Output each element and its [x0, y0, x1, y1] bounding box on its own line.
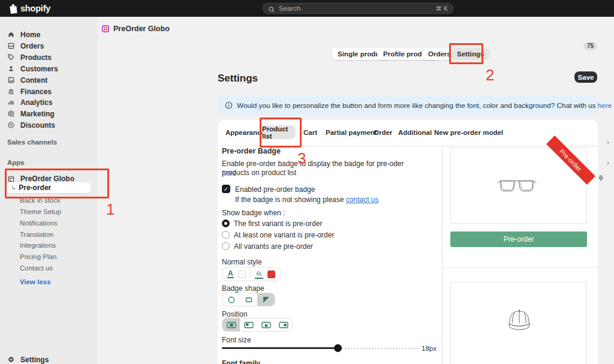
checkbox-help: If the badge is not showing please conta… [235, 195, 379, 204]
sidebar-item-integrations[interactable]: Integrations [20, 240, 56, 250]
shape-circle-option[interactable] [222, 293, 240, 306]
sidebar-item-translation[interactable]: Translation [20, 230, 53, 239]
badge-shape-label: Badge shape [222, 284, 264, 293]
sidebar-item-back-in-stock[interactable]: Back in stock [20, 195, 61, 205]
column-divider [442, 146, 443, 364]
position-option-2[interactable] [240, 318, 257, 331]
font-family-label: Font family [222, 359, 260, 364]
shape-rectangle-option[interactable] [240, 293, 257, 306]
shape-triangle-option-selected[interactable] [257, 293, 275, 306]
person-icon [7, 65, 15, 73]
badge-shape-control [222, 293, 275, 306]
preview-product-cap [450, 282, 587, 364]
description-here-link[interactable]: here [222, 169, 236, 178]
sidebar-item-contact-us[interactable]: Contact us [20, 263, 53, 273]
sub-arrow-icon: ↳ [11, 184, 16, 192]
top-bar: shopify Search ⌘ K [0, 0, 614, 17]
tab-additional[interactable]: Additional [398, 129, 432, 136]
app-grid-icon [7, 175, 15, 183]
tab-new-pre-order-model[interactable]: New pre-order model [434, 129, 503, 136]
tab-cart[interactable]: Cart [303, 129, 317, 136]
image-icon [7, 76, 15, 84]
sidebar-item-pricing-plan[interactable]: Pricing Plan [20, 252, 56, 261]
section-description: Enable pre-order badge to display the ba… [222, 160, 433, 178]
slider-fill [222, 347, 338, 349]
app-window: shopify Search ⌘ K Home Orders 75 Produc… [0, 0, 614, 364]
annotation-number-3: 3 [297, 149, 306, 168]
preview-divider [442, 267, 598, 268]
tab-settings[interactable]: Settings [451, 48, 490, 60]
cap-drawing [505, 308, 533, 334]
radio-first-variant-label[interactable]: The first variant is pre-order [234, 219, 322, 228]
checkbox-label[interactable]: Enabled pre-order badge [235, 185, 315, 194]
preorder-globo-app-icon [102, 25, 109, 32]
orders-icon [7, 42, 15, 50]
sidebar-item-orders[interactable]: Orders 75 [7, 40, 612, 52]
position-option-1-selected[interactable] [222, 318, 240, 331]
text-color-swatch[interactable] [238, 270, 246, 278]
sidebar-item-home[interactable]: Home [7, 29, 612, 40]
search-input[interactable]: Search ⌘ K [263, 3, 453, 14]
fill-color-icon[interactable] [255, 269, 263, 279]
search-placeholder: Search [279, 5, 436, 12]
preview-preorder-button: Pre-order [450, 231, 587, 247]
show-badge-when-label: Show badge when : [222, 209, 285, 217]
shopify-wordmark: shopify [20, 4, 50, 13]
search-shortcut: ⌘ K [436, 5, 448, 12]
tab-product-list-active[interactable]: Product list [262, 125, 296, 139]
orders-count-badge: 75 [583, 42, 597, 50]
page-title: Settings [218, 73, 258, 85]
breadcrumb: PreOrder Globo [102, 25, 170, 33]
normal-style-control: A [222, 267, 281, 281]
view-less-link[interactable]: View less [20, 277, 51, 287]
sidebar-item-notifications[interactable]: Notifications [20, 218, 58, 228]
contact-us-link[interactable]: contact us [346, 195, 379, 204]
banner-here-link[interactable]: here [598, 101, 612, 110]
slider-track-remainder [342, 348, 419, 349]
fill-color-swatch[interactable] [267, 270, 275, 278]
annotation-number-2: 2 [486, 66, 494, 85]
target-icon [7, 110, 15, 118]
position-control [222, 318, 293, 332]
glasses-drawing [496, 178, 537, 194]
radio-at-least-one-variant[interactable] [222, 231, 230, 239]
font-size-slider[interactable] [222, 343, 420, 353]
tag-icon [7, 53, 15, 61]
radio-first-variant[interactable] [222, 219, 230, 227]
position-option-3[interactable] [257, 318, 275, 331]
section-tab-bar: Appearance Product list Cart Partial pay… [218, 120, 598, 146]
tab-appearance[interactable]: Appearance [225, 129, 265, 136]
home-icon [7, 31, 15, 38]
bank-icon [7, 88, 15, 95]
search-icon [268, 5, 275, 12]
page-app-title: PreOrder Globo [113, 25, 170, 33]
position-label: Position [222, 310, 248, 318]
save-button[interactable]: Save [574, 71, 597, 83]
annotation-number-1: 1 [106, 200, 115, 219]
radio-at-least-one-label[interactable]: At least one variant is pre-order [234, 231, 334, 239]
radio-all-variants-label[interactable]: All variants are pre-order [234, 242, 313, 251]
position-option-4[interactable] [275, 318, 292, 331]
enabled-badge-checkbox[interactable]: ✓ [222, 185, 230, 193]
divider [250, 269, 251, 279]
info-icon [225, 101, 233, 109]
bar-chart-icon [7, 98, 15, 106]
banner-text: Would you like to personalize the button… [237, 101, 596, 110]
text-color-icon[interactable]: A [227, 270, 234, 278]
tab-partial-payment[interactable]: Partial payment [326, 129, 377, 136]
settings-card: Appearance Product list Cart Partial pay… [218, 120, 598, 364]
tab-order[interactable]: Order [374, 129, 392, 136]
sidebar-item-pre-order-selected[interactable]: ↳ Pre-order [5, 182, 91, 193]
pin-icon[interactable] [598, 175, 606, 182]
discount-icon [7, 121, 15, 129]
slider-thumb[interactable] [334, 344, 342, 352]
sidebar-item-customers[interactable]: Customers [7, 63, 612, 74]
chevron-right-icon: › [607, 159, 609, 166]
radio-all-variants[interactable] [222, 242, 230, 250]
sidebar-item-content[interactable]: Content [7, 74, 612, 86]
font-size-value: 18px [422, 345, 437, 352]
sidebar-item-theme-setup[interactable]: Theme Setup [20, 207, 61, 216]
section-title: Pre-order Badge [222, 147, 281, 155]
shopify-logo: shopify [8, 0, 50, 17]
sidebar-item-products[interactable]: Products [7, 52, 612, 63]
